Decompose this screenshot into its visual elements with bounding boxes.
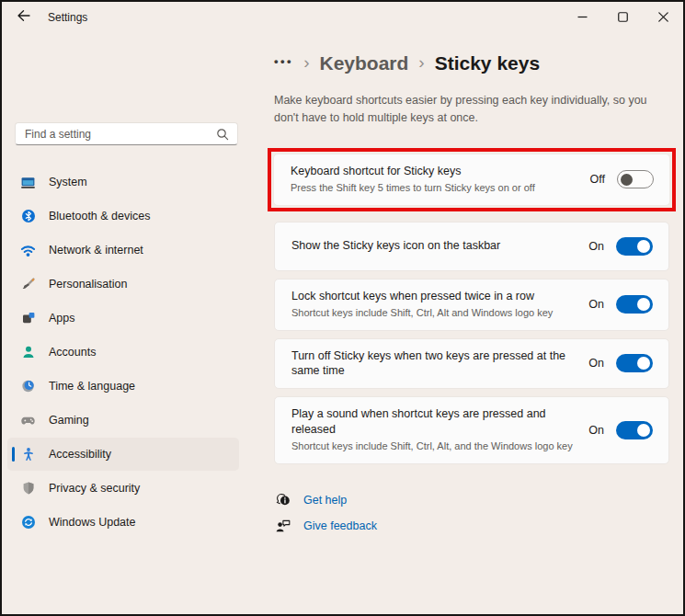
network-icon bbox=[20, 243, 36, 258]
close-icon bbox=[658, 9, 668, 26]
sidebar-item-time-language[interactable]: Time & language bbox=[7, 370, 239, 403]
apps-icon bbox=[20, 311, 36, 326]
red-highlight-annotation: Keyboard shortcut for Sticky keys Press … bbox=[268, 148, 676, 211]
sidebar-item-label: Gaming bbox=[49, 414, 89, 427]
turn-off-two-keys-toggle[interactable] bbox=[616, 354, 653, 372]
setting-control: On bbox=[588, 295, 654, 314]
setting-card-taskbar-icon: Show the Sticky keys icon on the taskbar… bbox=[274, 222, 669, 271]
breadcrumb-separator: › bbox=[418, 52, 424, 75]
setting-control: On bbox=[588, 354, 654, 372]
search-box bbox=[15, 122, 238, 145]
maximize-icon bbox=[618, 9, 628, 26]
page-description: Make keyboard shortcuts easier by pressi… bbox=[274, 92, 669, 128]
settings-cards: Keyboard shortcut for Sticky keys Press … bbox=[274, 148, 669, 464]
toggle-state-label: On bbox=[588, 424, 604, 437]
sidebar-item-network-internet[interactable]: Network & internet bbox=[7, 234, 239, 267]
minimize-icon bbox=[577, 9, 588, 26]
play-sound-toggle[interactable] bbox=[616, 421, 653, 439]
toggle-state-label: On bbox=[588, 298, 604, 311]
sidebar-item-system[interactable]: System bbox=[7, 165, 239, 199]
settings-window: Settings bbox=[0, 0, 685, 616]
privacy-security-icon bbox=[20, 481, 36, 496]
sticky-keys-shortcut-toggle[interactable] bbox=[617, 170, 654, 188]
caption-buttons bbox=[562, 2, 683, 33]
setting-text: Turn off Sticky keys when two keys are p… bbox=[291, 348, 578, 379]
toggle-state-label: On bbox=[588, 240, 604, 253]
sidebar: System Bluetooth & devices Network & int… bbox=[7, 165, 239, 540]
sidebar-item-label: Accounts bbox=[49, 346, 96, 359]
sidebar-item-label: System bbox=[49, 176, 87, 188]
accessibility-icon bbox=[20, 447, 36, 462]
setting-control: Off bbox=[590, 170, 655, 188]
taskbar-icon-toggle[interactable] bbox=[616, 237, 653, 256]
setting-title: Keyboard shortcut for Sticky keys bbox=[291, 164, 577, 179]
setting-card-turn-off-two-keys: Turn off Sticky keys when two keys are p… bbox=[274, 338, 669, 389]
sidebar-item-label: Windows Update bbox=[49, 516, 136, 529]
breadcrumb-keyboard[interactable]: Keyboard bbox=[319, 52, 408, 74]
setting-title: Lock shortcut keys when pressed twice in… bbox=[291, 289, 578, 304]
sidebar-item-apps[interactable]: Apps bbox=[7, 302, 239, 335]
window-title: Settings bbox=[48, 11, 87, 24]
setting-title: Turn off Sticky keys when two keys are p… bbox=[291, 348, 578, 379]
sidebar-item-label: Personalisation bbox=[49, 278, 127, 291]
get-help-icon bbox=[274, 492, 291, 509]
sidebar-item-windows-update[interactable]: Windows Update bbox=[7, 506, 239, 539]
setting-text: Play a sound when shortcut keys are pres… bbox=[291, 406, 578, 454]
sidebar-item-label: Privacy & security bbox=[49, 482, 140, 495]
accounts-icon bbox=[20, 345, 36, 360]
sidebar-item-label: Accessibility bbox=[49, 448, 111, 461]
close-button[interactable] bbox=[643, 2, 683, 33]
titlebar: Settings bbox=[2, 2, 683, 33]
setting-text: Show the Sticky keys icon on the taskbar bbox=[291, 238, 578, 254]
setting-card-keyboard-shortcut: Keyboard shortcut for Sticky keys Press … bbox=[273, 154, 670, 206]
give-feedback-label: Give feedback bbox=[303, 519, 377, 532]
setting-card-play-sound: Play a sound when shortcut keys are pres… bbox=[274, 396, 669, 464]
time-language-icon bbox=[20, 379, 36, 394]
maximize-button[interactable] bbox=[602, 2, 643, 33]
give-feedback-link[interactable]: Give feedback bbox=[274, 518, 377, 535]
minimize-button[interactable] bbox=[562, 2, 602, 33]
gaming-icon bbox=[20, 413, 36, 428]
sidebar-item-label: Bluetooth & devices bbox=[49, 210, 151, 222]
setting-control: On bbox=[588, 421, 654, 439]
sidebar-item-gaming[interactable]: Gaming bbox=[7, 404, 239, 437]
sidebar-item-bluetooth-devices[interactable]: Bluetooth & devices bbox=[7, 200, 239, 233]
sidebar-item-accessibility[interactable]: Accessibility bbox=[7, 438, 239, 471]
bluetooth-icon bbox=[20, 209, 36, 224]
footer-links: Get help Give feedback bbox=[274, 492, 669, 535]
sidebar-item-privacy-security[interactable]: Privacy & security bbox=[7, 472, 239, 505]
toggle-state-label: Off bbox=[590, 173, 605, 186]
search-icon bbox=[216, 128, 229, 141]
back-button[interactable] bbox=[7, 4, 39, 31]
sidebar-item-accounts[interactable]: Accounts bbox=[7, 336, 239, 369]
back-arrow-icon bbox=[17, 9, 30, 26]
windows-update-icon bbox=[20, 515, 36, 530]
setting-subtitle: Shortcut keys include Shift, Ctrl, Alt, … bbox=[291, 439, 578, 453]
give-feedback-icon bbox=[274, 518, 291, 535]
setting-subtitle: Shortcut keys include Shift, Ctrl, Alt a… bbox=[291, 306, 578, 320]
personalisation-icon bbox=[20, 277, 36, 292]
breadcrumb: ••• › Keyboard › Sticky keys bbox=[274, 46, 669, 81]
get-help-label: Get help bbox=[303, 494, 347, 507]
toggle-state-label: On bbox=[588, 357, 604, 370]
breadcrumb-ellipsis-button[interactable]: ••• bbox=[274, 54, 293, 73]
breadcrumb-separator: › bbox=[303, 52, 309, 75]
get-help-link[interactable]: Get help bbox=[274, 492, 347, 509]
setting-card-lock-shortcut-keys: Lock shortcut keys when pressed twice in… bbox=[274, 279, 669, 331]
setting-control: On bbox=[588, 237, 654, 256]
system-icon bbox=[20, 175, 36, 190]
setting-title: Play a sound when shortcut keys are pres… bbox=[291, 406, 578, 437]
setting-text: Keyboard shortcut for Sticky keys Press … bbox=[291, 164, 577, 196]
page-title: Sticky keys bbox=[435, 52, 540, 74]
sidebar-item-label: Time & language bbox=[49, 380, 135, 393]
sidebar-item-label: Apps bbox=[49, 312, 75, 325]
sidebar-item-personalisation[interactable]: Personalisation bbox=[7, 268, 239, 301]
setting-title: Show the Sticky keys icon on the taskbar bbox=[291, 238, 578, 254]
sidebar-item-label: Network & internet bbox=[49, 244, 143, 257]
main-content: ••• › Keyboard › Sticky keys Make keyboa… bbox=[274, 46, 669, 543]
setting-subtitle: Press the Shift key 5 times to turn Stic… bbox=[291, 181, 577, 195]
setting-text: Lock shortcut keys when pressed twice in… bbox=[291, 289, 578, 321]
search-input[interactable] bbox=[16, 128, 216, 141]
lock-shortcut-keys-toggle[interactable] bbox=[616, 295, 653, 314]
